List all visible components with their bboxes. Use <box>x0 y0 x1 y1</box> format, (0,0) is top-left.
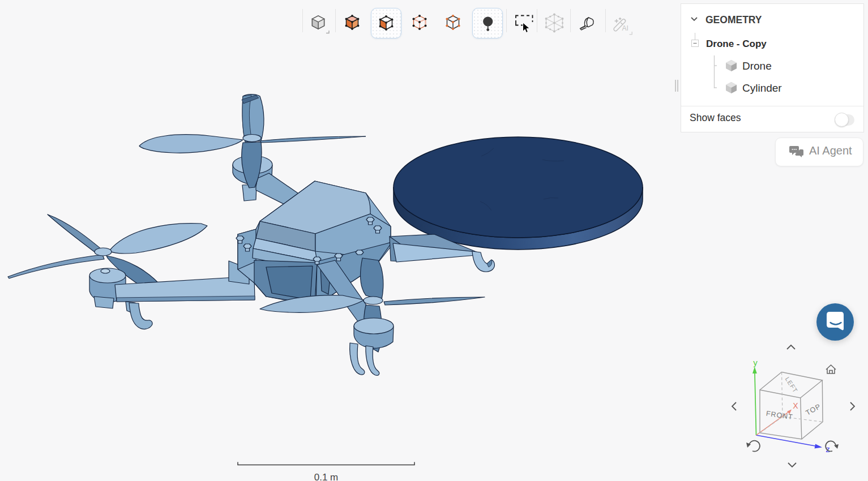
svg-text:TOP: TOP <box>805 402 823 417</box>
svg-text:0.1 m: 0.1 m <box>314 472 339 481</box>
svg-text:AI: AI <box>622 24 628 32</box>
svg-text:X: X <box>793 401 798 410</box>
svg-text:LEFT: LEFT <box>784 376 799 394</box>
svg-text:y: y <box>753 358 758 367</box>
